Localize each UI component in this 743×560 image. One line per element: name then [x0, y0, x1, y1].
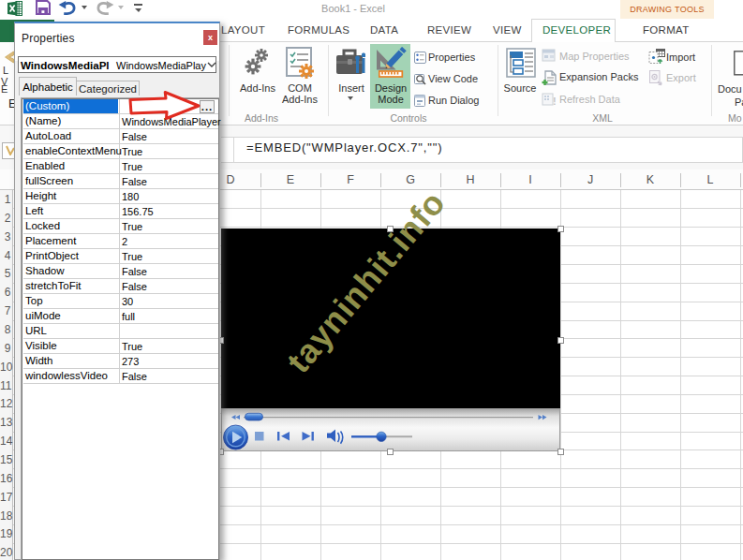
svg-text:!: !	[553, 96, 557, 107]
